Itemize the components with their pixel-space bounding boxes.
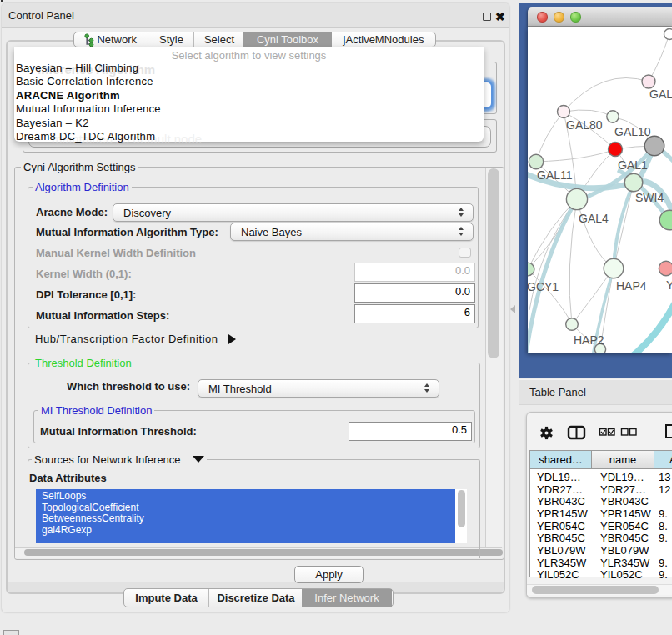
svg-text:GCY1: GCY1: [528, 280, 559, 293]
svg-text:GAL1: GAL1: [618, 158, 648, 172]
svg-text:GAL80: GAL80: [566, 118, 603, 132]
svg-text:GAL4: GAL4: [579, 212, 609, 225]
svg-text:GAL10: GAL10: [614, 125, 651, 138]
svg-text:SWI4: SWI4: [635, 191, 664, 204]
svg-text:HAP2: HAP2: [574, 333, 604, 347]
svg-text:GAL: GAL: [649, 88, 672, 101]
svg-text:HAP4: HAP4: [616, 279, 647, 292]
svg-text:GAL11: GAL11: [537, 168, 573, 182]
svg-text:YP: YP: [666, 278, 672, 292]
